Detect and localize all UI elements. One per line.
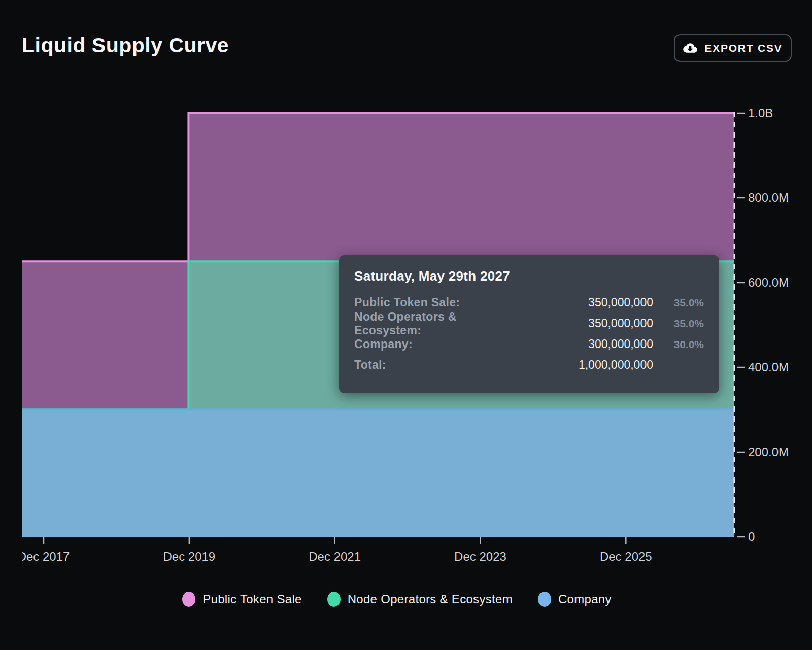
tooltip-row-node-operators: Node Operators & Ecosystem: 350,000,000 …: [354, 313, 704, 334]
x-axis-label: Dec 2019: [163, 550, 215, 563]
tooltip-value: 1,000,000,000: [526, 358, 653, 372]
legend-item-public-token-sale[interactable]: Public Token Sale: [182, 592, 301, 607]
cloud-download-icon: [683, 42, 697, 54]
tooltip-label: Company:: [354, 337, 526, 351]
tooltip-value: 350,000,000: [526, 317, 653, 330]
legend-dot-icon: [182, 592, 195, 607]
legend-item-node-operators[interactable]: Node Operators & Ecosystem: [327, 592, 513, 607]
x-axis-label: Dec 2021: [309, 550, 361, 563]
y-axis-label: 600.0M: [748, 276, 789, 289]
page-title: Liquid Supply Curve: [22, 33, 229, 57]
legend-dot-icon: [327, 592, 341, 607]
export-csv-label: EXPORT CSV: [704, 42, 782, 54]
y-axis-label: 800.0M: [748, 191, 789, 204]
legend-item-company[interactable]: Company: [538, 592, 612, 607]
legend-label: Node Operators & Ecosystem: [348, 592, 513, 606]
legend-label: Public Token Sale: [202, 592, 301, 606]
tooltip-row-total: Total: 1,000,000,000: [354, 355, 704, 375]
tooltip-value: 350,000,000: [526, 296, 653, 310]
tooltip-label: Public Token Sale:: [354, 296, 526, 310]
chart-tooltip: Saturday, May 29th 2027 Public Token Sal…: [339, 255, 719, 393]
tooltip-label: Node Operators & Ecosystem:: [354, 310, 526, 337]
area-company[interactable]: [22, 410, 734, 537]
x-axis-label: Dec 2017: [18, 550, 70, 563]
x-axis-label: Dec 2025: [600, 550, 652, 563]
y-axis-label: 200.0M: [748, 445, 789, 459]
tooltip-value: 300,000,000: [526, 337, 653, 351]
tooltip-row-company: Company: 300,000,000 30.0%: [354, 334, 704, 355]
tooltip-date: Saturday, May 29th 2027: [354, 268, 704, 284]
tooltip-percent: 35.0%: [653, 318, 704, 330]
legend-dot-icon: [538, 592, 551, 607]
tooltip-percent: 35.0%: [653, 297, 704, 309]
export-csv-button[interactable]: EXPORT CSV: [674, 34, 792, 62]
y-axis-label: 0: [748, 530, 755, 543]
x-axis-label: Dec 2023: [454, 550, 506, 563]
legend-label: Company: [558, 592, 612, 606]
y-axis-label: 1.0B: [748, 106, 773, 120]
tooltip-percent: 30.0%: [653, 338, 704, 351]
chart-legend: Public Token Sale Node Operators & Ecosy…: [0, 592, 803, 607]
tooltip-label: Total:: [354, 358, 526, 372]
y-axis-label: 400.0M: [748, 360, 789, 374]
